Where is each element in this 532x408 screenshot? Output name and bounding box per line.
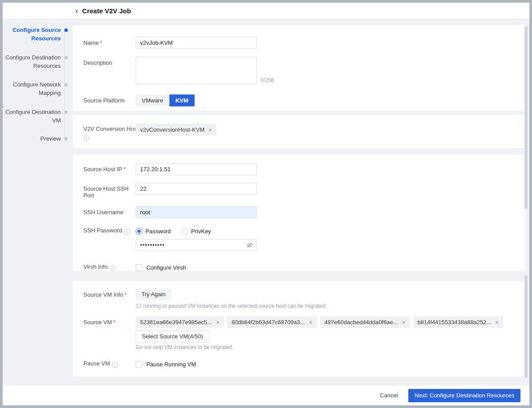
info-icon[interactable]: i bbox=[112, 362, 118, 368]
required-mark: * bbox=[125, 291, 127, 298]
name-input[interactable] bbox=[136, 37, 257, 49]
description-label: Description bbox=[73, 57, 136, 66]
step-label: Configure Destination Resources bbox=[3, 53, 61, 70]
source-vm-info-label: Source VM Info* bbox=[73, 289, 136, 298]
ssh-password-input[interactable] bbox=[136, 239, 257, 251]
radio-password[interactable]: Password bbox=[136, 228, 171, 235]
card-basic-info: Name* Description 0/256 bbox=[73, 25, 525, 111]
close-icon[interactable]: × bbox=[208, 127, 212, 133]
description-textarea[interactable] bbox=[136, 57, 257, 84]
radio-label: Password bbox=[145, 228, 171, 235]
radio-dot bbox=[181, 228, 188, 235]
source-vm-info-hint: 17 running or paused VM instances on the… bbox=[136, 303, 525, 309]
step-dot bbox=[64, 28, 68, 32]
back-icon[interactable]: ‹ bbox=[75, 6, 78, 15]
pause-running-vm-checkbox[interactable] bbox=[136, 361, 142, 368]
step-configure-network-mapping[interactable]: Configure Network Mapping bbox=[3, 80, 68, 97]
card-source-vm: Source VM Info* Try Again 17 running or … bbox=[73, 281, 525, 377]
source-host-ip-label: Source Host IP* bbox=[73, 163, 136, 173]
step-preview[interactable]: Preview bbox=[3, 134, 68, 143]
step-dot bbox=[64, 56, 68, 59]
conversion-host-tag: v2vConversionHost-KVM × bbox=[136, 124, 216, 136]
step-configure-destination-resources[interactable]: Configure Destination Resources bbox=[3, 53, 68, 70]
scrollbar-thumb[interactable] bbox=[524, 26, 528, 209]
name-label: Name* bbox=[73, 37, 136, 46]
source-vm-tag: 80db64f2b63d47c68709a3... × bbox=[227, 316, 317, 328]
app-window: ‹ Create V2V Job Configure Source Resour… bbox=[0, 0, 532, 408]
info-icon[interactable]: i bbox=[84, 135, 90, 141]
step-label: Configure Destination VM bbox=[3, 108, 61, 125]
source-platform-label: Source Platform bbox=[73, 94, 136, 104]
tag-label: 80db64f2b63d47c68709a3... bbox=[231, 319, 305, 326]
step-sidebar: Configure Source Resources Configure Des… bbox=[3, 19, 73, 385]
next-button[interactable]: Next: Configure Destination Resources bbox=[408, 389, 520, 402]
try-again-button[interactable]: Try Again bbox=[136, 289, 171, 300]
ssh-port-label: Source Host SSH Port bbox=[73, 183, 136, 199]
platform-option-kvm[interactable]: KVM bbox=[169, 94, 195, 106]
source-vm-label: Source VM* bbox=[73, 316, 136, 326]
scrollbar-thumb[interactable] bbox=[524, 275, 528, 378]
tag-label: v2vConversionHost-KVM bbox=[140, 126, 204, 133]
source-vm-tags: 52361ea66e3947e985ec5... × 80db64f2b63d4… bbox=[136, 316, 525, 328]
info-icon[interactable]: i bbox=[110, 265, 116, 271]
ssh-username-label: SSH Username bbox=[73, 206, 136, 216]
step-configure-destination-vm[interactable]: Configure Destination VM bbox=[3, 108, 68, 125]
page-header: ‹ Create V2V Job bbox=[3, 3, 529, 19]
card-conversion-host: V2V Conversion Host* i v2vConversionHost… bbox=[73, 115, 525, 148]
close-icon[interactable]: × bbox=[309, 319, 313, 326]
source-host-ip-input[interactable] bbox=[136, 163, 257, 175]
tag-label: b814f4415533438a88a252... bbox=[418, 319, 491, 326]
step-dot bbox=[64, 110, 68, 114]
source-vm-tag: 487e60dacbed44dda0f6ae... × bbox=[320, 316, 410, 328]
source-vm-tag: b814f4415533438a88a252... × bbox=[413, 316, 503, 328]
select-source-vm-button[interactable]: Select Source VM(4/50) bbox=[136, 330, 209, 342]
card-ssh-credentials: Source Host IP* Source Host SSH Port SSH… bbox=[73, 154, 525, 271]
cancel-button[interactable]: Cancel bbox=[380, 392, 398, 399]
step-label: Configure Network Mapping bbox=[3, 80, 61, 97]
ssh-auth-radio-group: Password PrivKey bbox=[136, 227, 525, 235]
source-platform-toggle: VMware KVM bbox=[136, 94, 525, 106]
ssh-password-label: SSH Passwordi bbox=[73, 226, 136, 235]
configure-virsh-checkbox-label: Configure Virsh bbox=[146, 264, 186, 271]
close-icon[interactable]: × bbox=[402, 319, 405, 326]
step-dot bbox=[64, 137, 68, 141]
char-counter: 0/256 bbox=[261, 77, 274, 83]
footer-action-bar: Cancel Next: Configure Destination Resou… bbox=[3, 385, 529, 405]
radio-dot bbox=[136, 228, 142, 235]
tag-label: 487e60dacbed44dda0f6ae... bbox=[325, 319, 398, 326]
step-dot bbox=[64, 83, 68, 86]
content-area: Configure Source Resources Configure Des… bbox=[3, 19, 529, 385]
eye-slash-icon[interactable] bbox=[246, 242, 253, 251]
radio-label: PrivKey bbox=[191, 228, 211, 235]
virsh-info-label: Virsh Infoi bbox=[73, 262, 136, 271]
close-icon[interactable]: × bbox=[495, 319, 499, 326]
source-vm-hint: Do not stop VM instances to be migrated. bbox=[136, 344, 525, 350]
step-configure-source-resources[interactable]: Configure Source Resources bbox=[3, 26, 68, 43]
close-icon[interactable]: × bbox=[216, 319, 219, 326]
source-vm-tag: 52361ea66e3947e985ec5... × bbox=[136, 316, 224, 328]
ssh-port-input[interactable] bbox=[136, 183, 257, 195]
pause-vm-label: Pause VMi bbox=[73, 358, 136, 368]
pause-running-vm-checkbox-label: Pause Running VM bbox=[146, 361, 196, 368]
configure-virsh-checkbox[interactable] bbox=[136, 264, 142, 271]
required-mark: * bbox=[100, 39, 102, 46]
required-mark: * bbox=[123, 166, 125, 173]
required-mark: * bbox=[113, 319, 115, 326]
page-title: Create V2V Job bbox=[82, 7, 131, 15]
step-label: Preview bbox=[3, 134, 61, 143]
info-icon[interactable]: i bbox=[124, 229, 130, 235]
platform-option-vmware[interactable]: VMware bbox=[136, 94, 169, 106]
step-label: Configure Source Resources bbox=[3, 26, 61, 43]
tag-label: 52361ea66e3947e985ec5... bbox=[140, 319, 212, 326]
ssh-username-input[interactable] bbox=[136, 206, 257, 218]
radio-privkey[interactable]: PrivKey bbox=[181, 228, 211, 235]
